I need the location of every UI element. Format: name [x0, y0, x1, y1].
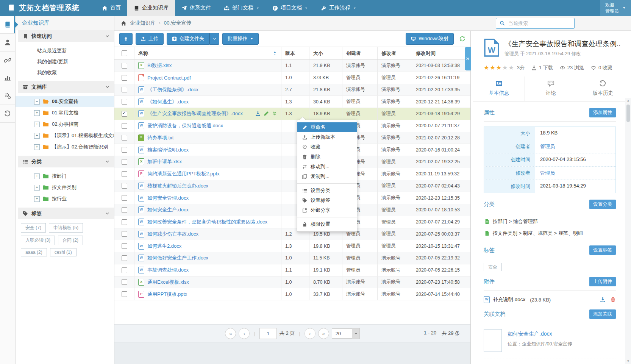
row-checkbox[interactable] — [122, 123, 127, 129]
column-header-version[interactable]: 版本 — [281, 47, 309, 59]
row-checkbox[interactable] — [122, 231, 127, 237]
context-menu-item[interactable]: 设置标签 — [297, 195, 357, 205]
first-page-button[interactable]: « — [225, 328, 236, 339]
table-row[interactable]: W《生产安全事故报告和调查处理条例》.docx1.318.9 KB管理员管理员2… — [114, 108, 470, 120]
tree-node[interactable]: +按行业 — [16, 193, 114, 205]
nav-tab-1[interactable]: 首页 — [95, 0, 127, 16]
context-menu-item[interactable]: 收藏 — [297, 142, 357, 152]
user-menu[interactable]: 欢迎 管理员 — [600, 0, 631, 16]
star-icon[interactable]: ★ — [490, 64, 496, 71]
row-checkbox[interactable] — [122, 75, 127, 81]
file-name-link[interactable]: 《工伤保险条例》.docx — [147, 86, 198, 93]
file-name-link[interactable]: 如何逃生2.docx — [147, 243, 181, 250]
table-row[interactable]: W爱护消防设备，保持通道畅通.docx管理员演示账号2020-07-07 21:… — [114, 120, 470, 132]
version-link[interactable]: 1.3 — [285, 99, 292, 105]
table-row[interactable]: W档案编译说明.docx管理员演示账号2020-07-16 01:00:24 — [114, 144, 470, 156]
file-name-link[interactable]: 如何减少伤亡事故.docx — [147, 231, 198, 237]
home-icon[interactable] — [121, 20, 127, 26]
rail-item-gears[interactable] — [0, 87, 15, 105]
row-checkbox[interactable] — [122, 63, 127, 69]
scroll-up-arrow[interactable]: ▲ — [627, 98, 630, 103]
quick-access-item[interactable]: 我的创建/更新 — [16, 56, 114, 67]
row-checkbox[interactable] — [122, 195, 127, 201]
file-name-link[interactable]: 简约清新蓝色通用PPT模板2.pptx — [147, 170, 220, 177]
row-checkbox[interactable] — [122, 243, 127, 249]
batch-actions-button[interactable]: 批量操作 — [222, 33, 259, 45]
nav-tab-6[interactable]: 工作流程 — [314, 0, 363, 16]
star-icon[interactable]: ★ — [508, 64, 514, 71]
table-row[interactable]: W楼梯被火封锁后怎么办.docx管理员管理员2020-07-07 02:04:4… — [114, 180, 470, 192]
tree-node[interactable]: +按文件类别 — [16, 182, 114, 193]
tree-node[interactable]: +01.常用文档 — [16, 107, 114, 119]
file-name-link[interactable]: 楼梯被火封锁后怎么办.docx — [147, 183, 208, 189]
row-checkbox[interactable] — [122, 291, 127, 297]
search-input[interactable] — [508, 20, 571, 27]
file-name-link[interactable]: 事故调查处理.docx — [147, 267, 189, 273]
create-folder-button[interactable]: 创建文件夹 — [167, 33, 209, 45]
table-row[interactable]: W《工伤保险条例》.docx2.721.8 KB演示账号演示账号2021-02-… — [114, 84, 470, 96]
file-name-link[interactable]: 待办事项.txt — [147, 134, 173, 141]
go-up-button[interactable] — [119, 33, 133, 45]
table-row[interactable]: W如何做好安全生产工作.docx1.011.5 KB管理员演示账号2020-07… — [114, 252, 470, 264]
tree-node[interactable]: +【演示】01.根据模板生成文档 — [16, 130, 114, 141]
context-menu-item[interactable]: 外部分享 — [297, 205, 357, 215]
table-row[interactable]: X加班申请单.xlsx演示账号管理员2021-02-07 19:32:25 — [114, 156, 470, 168]
document-tag-chip[interactable]: 安全 — [484, 263, 502, 271]
rail-item-book[interactable] — [0, 16, 15, 34]
table-row[interactable]: P通用PPT模板.pptx1.033.7 KB演示账号演示账号2020-07-1… — [114, 288, 470, 300]
context-menu-item[interactable]: 设置分类 — [297, 186, 357, 195]
table-row[interactable]: W事故调查处理.docx1.119.1 KB管理员演示账号2020-07-05 … — [114, 264, 470, 277]
property-value[interactable]: 管理员 — [535, 167, 615, 180]
sidebar-section-tags[interactable]: 标签 — [18, 208, 114, 219]
tag-chip[interactable]: 入职必读 (3) — [21, 236, 55, 245]
tree-expander[interactable]: + — [34, 133, 40, 139]
rail-item-chart[interactable] — [0, 69, 15, 87]
select-all-checkbox[interactable] — [122, 50, 127, 56]
rail-item-link[interactable] — [0, 52, 15, 69]
table-row[interactable]: W如何减少伤亡事故.docx1.219.5 KB管理员管理员2020-07-25… — [114, 228, 470, 241]
row-checkbox[interactable] — [122, 183, 127, 189]
row-checkbox[interactable] — [122, 207, 127, 213]
table-row[interactable]: XBI数据.xlsx1.121.9 KB演示账号演示账号2021-03-03 1… — [114, 60, 470, 72]
detail-tab-1[interactable]: 基本信息 — [473, 77, 525, 101]
version-link[interactable]: 1.0 — [285, 255, 292, 261]
table-row[interactable]: W如何安全管理.docx管理员演示账号2020-12-23 12:15:35 — [114, 192, 470, 204]
file-name-link[interactable]: 《如何逃生》.docx — [147, 98, 189, 105]
row-checkbox[interactable] — [122, 99, 127, 105]
version-link[interactable]: 1.0 — [285, 292, 292, 297]
table-row[interactable]: ≡待办事项.txt演示账号演示账号2021-02-07 20:12:28 — [114, 132, 470, 144]
version-link[interactable]: 1.0 — [285, 75, 292, 80]
sidebar-section-categories[interactable]: 分类 — [18, 156, 114, 167]
row-checkbox[interactable] — [122, 279, 127, 285]
row-checkbox[interactable] — [122, 87, 127, 92]
quick-access-item[interactable]: 站点最近更新 — [16, 45, 114, 56]
download-icon[interactable] — [600, 297, 606, 303]
detail-tab-3[interactable]: 版本历史 — [577, 77, 629, 101]
property-value[interactable]: 管理员 — [535, 140, 615, 153]
column-header-modifier[interactable]: 修改者 — [378, 47, 412, 59]
refresh-icon[interactable] — [459, 36, 465, 42]
file-name-link[interactable]: 如何做好安全生产工作.docx — [147, 255, 208, 261]
tag-chip[interactable]: 申请模板 (5) — [49, 223, 83, 233]
tree-expander[interactable]: + — [34, 110, 40, 116]
star-icon[interactable]: ★ — [502, 64, 508, 71]
column-header-name[interactable]: 名称 — [134, 47, 281, 59]
version-link[interactable]: 1.2 — [285, 231, 292, 237]
tree-expander[interactable]: + — [34, 196, 40, 202]
page-size-select[interactable]: 20 — [332, 328, 360, 339]
file-name-link[interactable]: 如何安全生产.docx — [147, 206, 189, 213]
context-menu-item[interactable]: 上传新版本 — [297, 132, 357, 142]
row-checkbox[interactable] — [122, 111, 127, 117]
heart-icon[interactable] — [591, 65, 596, 70]
file-name-link[interactable]: 如何安全管理.docx — [147, 195, 189, 202]
star-icon[interactable]: ★ — [496, 64, 502, 71]
column-header-size[interactable]: 大小 — [309, 47, 342, 59]
scrollbar-thumb[interactable] — [626, 105, 630, 122]
download-icon[interactable] — [255, 111, 261, 116]
row-checkbox[interactable] — [122, 267, 127, 273]
star-icon[interactable]: ★ — [484, 64, 490, 71]
breadcrumb-root[interactable]: 企业知识库 — [130, 20, 156, 27]
upload-button[interactable]: 上传 — [136, 33, 164, 45]
file-name-link[interactable]: 档案编译说明.docx — [147, 147, 189, 153]
file-name-link[interactable]: Project Contract.pdf — [147, 75, 191, 81]
